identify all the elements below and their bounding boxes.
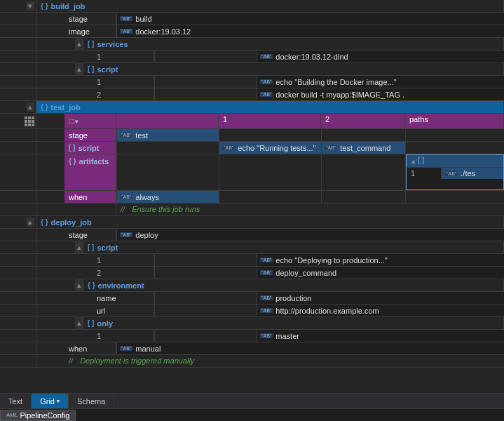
node-build-services[interactable]: ▴ [ ]services bbox=[0, 38, 504, 51]
key-label: only bbox=[97, 319, 113, 328]
row-build-script-2[interactable]: 2 "AB"docker build -t myapp:$IMAGE_TAG . bbox=[0, 88, 504, 101]
object-icon: { } bbox=[41, 2, 48, 10]
row-deploy-comment: // Deployment is triggered manually bbox=[0, 355, 504, 368]
value-text[interactable]: test_command bbox=[340, 144, 390, 152]
value-text[interactable]: test bbox=[135, 131, 148, 140]
row-build-script-1[interactable]: 1 "AB"echo "Building the Docker image...… bbox=[0, 76, 504, 88]
value-text[interactable]: production bbox=[275, 294, 311, 302]
expander-icon[interactable]: ▴ bbox=[26, 218, 34, 227]
value-text[interactable]: deploy bbox=[135, 231, 158, 239]
value-text[interactable]: docker:19.03.12-dind bbox=[275, 53, 348, 61]
expander-icon[interactable]: ▴ bbox=[75, 63, 83, 75]
view-tabs: Text Grid▾ Schema bbox=[0, 393, 504, 408]
expander-icon[interactable]: ▾ bbox=[26, 1, 34, 11]
key-label: when bbox=[69, 345, 87, 353]
index-label: 1 bbox=[97, 53, 101, 61]
key-label: artifacts bbox=[79, 157, 109, 166]
value-text[interactable]: docker:19.03.12 bbox=[135, 27, 191, 36]
file-type-badge: AML bbox=[6, 412, 18, 418]
type-badge: "AB" bbox=[120, 346, 132, 351]
type-badge: "AB" bbox=[260, 333, 273, 338]
row-deploy-only-1[interactable]: 1 "AB"master bbox=[0, 330, 504, 342]
expander-icon[interactable]: ▴ bbox=[75, 279, 83, 291]
expander-icon[interactable]: ▴ bbox=[75, 241, 83, 253]
value-text[interactable]: echo "Running tests..." bbox=[238, 144, 315, 152]
type-badge: "AB" bbox=[120, 133, 132, 138]
type-badge: "AB" bbox=[260, 270, 273, 275]
type-badge: "AB" bbox=[260, 308, 273, 313]
node-deploy-only[interactable]: ▴ [ ]only bbox=[0, 317, 504, 330]
status-file-tab[interactable]: AML PipelineConfig bbox=[0, 410, 76, 421]
value-text[interactable]: docker build -t myapp:$IMAGE_TAG . bbox=[275, 91, 404, 99]
key-label: script bbox=[97, 65, 118, 74]
key-label: name bbox=[97, 294, 116, 302]
index-label: 1 bbox=[411, 169, 415, 178]
key-label: url bbox=[97, 307, 105, 315]
expander-icon[interactable]: ▴ bbox=[75, 38, 83, 50]
value-text[interactable]: build bbox=[135, 15, 151, 23]
row-test-headers: ⬚▾ 1 2 paths bbox=[0, 114, 504, 129]
row-deploy-script-2[interactable]: 2 "AB"deploy_command bbox=[0, 267, 504, 279]
column-header-1[interactable]: 1 bbox=[219, 114, 321, 128]
expander-icon[interactable]: ▴ bbox=[75, 317, 83, 329]
type-badge: "AB" bbox=[260, 295, 273, 300]
node-build-job[interactable]: ▾ { }build_job bbox=[0, 0, 504, 13]
expander-icon[interactable]: ▴ bbox=[26, 102, 34, 112]
file-name: PipelineConfig bbox=[20, 411, 69, 420]
value-text[interactable]: ./tes bbox=[461, 169, 475, 178]
object-icon: { } bbox=[69, 157, 76, 165]
row-deploy-stage[interactable]: stage "AB"deploy bbox=[0, 229, 504, 241]
value-text[interactable]: echo "Deploying to production..." bbox=[275, 256, 387, 265]
tab-grid[interactable]: Grid▾ bbox=[32, 394, 69, 408]
object-icon: { } bbox=[41, 103, 48, 111]
value-text[interactable]: master bbox=[275, 332, 299, 340]
node-deploy-script[interactable]: ▴ [ ]script bbox=[0, 241, 504, 254]
job-name: build_job bbox=[51, 2, 86, 11]
sort-icon[interactable]: ⬚▾ bbox=[69, 118, 79, 125]
row-deploy-when[interactable]: when "AB"manual bbox=[0, 342, 504, 355]
value-text[interactable]: deploy_command bbox=[275, 269, 336, 277]
index-label: 2 bbox=[97, 91, 101, 99]
row-test-when[interactable]: when "AB"always bbox=[0, 191, 504, 203]
row-build-image[interactable]: image "AB"docker:19.03.12 bbox=[0, 25, 504, 38]
comment-text: Ensure this job runs bbox=[129, 203, 203, 215]
value-text[interactable]: always bbox=[135, 193, 159, 201]
row-build-services-1[interactable]: 1 "AB"docker:19.03.12-dind bbox=[0, 51, 504, 63]
comment-text: Deployment is triggered manually bbox=[77, 355, 197, 367]
node-deploy-job[interactable]: ▴ { }deploy_job bbox=[0, 216, 504, 229]
column-header-2[interactable]: 2 bbox=[321, 114, 405, 128]
chevron-down-icon[interactable]: ▾ bbox=[57, 398, 60, 404]
expander-icon[interactable]: ▴ bbox=[409, 156, 418, 166]
array-icon: [ ] bbox=[418, 156, 424, 166]
column-header-paths[interactable]: paths bbox=[405, 114, 504, 128]
value-text[interactable]: echo "Building the Docker image..." bbox=[275, 78, 396, 86]
object-icon: { } bbox=[41, 218, 48, 226]
key-label: stage bbox=[69, 15, 88, 23]
row-deploy-env-url[interactable]: url "AB"http://production.example.com bbox=[0, 305, 504, 317]
array-icon: [ ] bbox=[88, 319, 94, 327]
grid-icon bbox=[25, 116, 34, 126]
row-test-stage[interactable]: stage "AB"test bbox=[0, 129, 504, 142]
type-badge: "AB" bbox=[120, 16, 132, 21]
key-label: when bbox=[69, 193, 87, 201]
type-badge: "AB" bbox=[120, 232, 132, 237]
job-name: deploy_job bbox=[51, 218, 92, 227]
node-deploy-environment[interactable]: ▴ { }environment bbox=[0, 279, 504, 292]
key-label: script bbox=[97, 243, 118, 252]
config-tree[interactable]: ▾ { }build_job stage "AB"build image "AB… bbox=[0, 0, 504, 393]
key-label: environment bbox=[98, 281, 144, 290]
row-test-script[interactable]: [ ]script "AB"echo "Running tests..." "A… bbox=[0, 142, 504, 154]
node-build-script[interactable]: ▴ [ ]script bbox=[0, 63, 504, 76]
value-text[interactable]: manual bbox=[135, 345, 161, 353]
row-deploy-env-name[interactable]: name "AB"production bbox=[0, 292, 504, 305]
row-build-stage[interactable]: stage "AB"build bbox=[0, 13, 504, 25]
row-deploy-script-1[interactable]: 1 "AB"echo "Deploying to production..." bbox=[0, 254, 504, 267]
tab-text[interactable]: Text bbox=[0, 394, 32, 408]
row-test-artifacts[interactable]: { }artifacts ▴ [ ] 1 "AB"./tes bbox=[0, 154, 504, 191]
value-text[interactable]: http://production.example.com bbox=[275, 307, 379, 315]
type-badge: "AB" bbox=[260, 258, 273, 262]
type-badge: "AB" bbox=[260, 79, 273, 84]
tab-schema[interactable]: Schema bbox=[69, 394, 114, 408]
type-badge: "AB" bbox=[260, 54, 273, 59]
node-test-job[interactable]: ▴ { }test_job bbox=[0, 101, 504, 114]
